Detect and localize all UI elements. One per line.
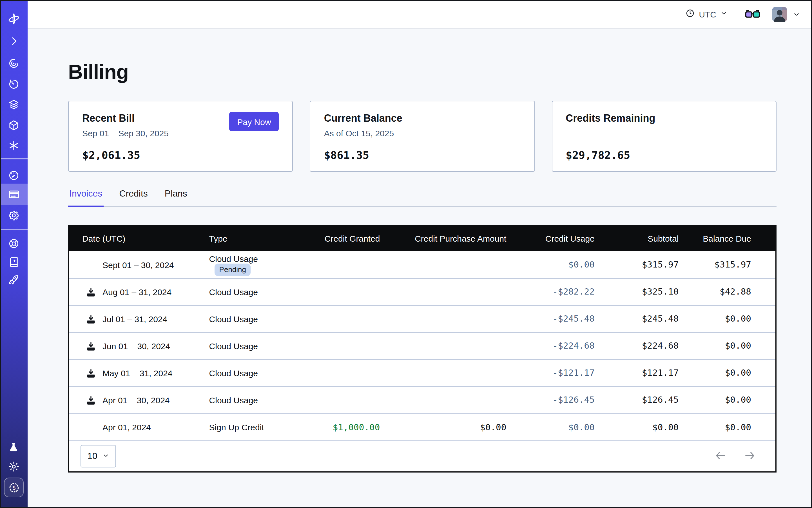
invoice-date: Apr 01 – 30, 2024 xyxy=(102,395,170,405)
chevron-down-icon xyxy=(720,9,728,19)
column-header-date: Date (UTC) xyxy=(69,226,209,251)
recent-bill-amount: $2,061.35 xyxy=(82,149,140,161)
credit-usage: $0.00 xyxy=(506,414,595,441)
credit-usage: -$121.17 xyxy=(506,359,595,387)
pending-badge: Pending xyxy=(215,263,251,276)
layers-icon[interactable] xyxy=(0,97,28,111)
summary-cards: Recent Bill Sep 01 – Sep 30, 2025 $2,061… xyxy=(68,101,776,172)
invoice-row: Aug 01 – 31, 2024 Cloud Usage -$282.22 $… xyxy=(69,279,775,305)
invoice-row: Jun 01 – 30, 2024 Cloud Usage -$224.68 $… xyxy=(69,333,775,359)
timezone-label: UTC xyxy=(699,9,716,19)
download-invoice-icon[interactable] xyxy=(86,314,96,324)
current-balance-card: Current Balance As of Oct 15, 2025 $861.… xyxy=(310,101,535,172)
credit-purchase xyxy=(380,305,506,333)
clock-icon xyxy=(685,8,695,20)
cube-icon[interactable] xyxy=(0,118,28,132)
invoice-type: Cloud Usage xyxy=(209,254,258,263)
credit-purchase xyxy=(380,333,506,359)
subtotal: $245.48 xyxy=(595,305,679,333)
credit-purchase xyxy=(380,387,506,414)
invoice-row: Apr 01, 2024 Sign Up Credit $1,000.00 $0… xyxy=(69,414,775,441)
subtotal: $315.97 xyxy=(595,251,679,279)
next-page-arrow-icon[interactable] xyxy=(744,452,755,460)
invoice-type: Cloud Usage xyxy=(209,279,294,305)
balance-due: $0.00 xyxy=(679,333,775,359)
main-area: UTC xyxy=(28,0,812,508)
invoice-date: Aug 01 – 31, 2024 xyxy=(102,287,171,297)
dollar-glyph: $ xyxy=(12,484,15,491)
credit-usage: -$224.68 xyxy=(506,333,595,359)
invoice-row: May 01 – 31, 2024 Cloud Usage -$121.17 $… xyxy=(69,359,775,387)
invoice-row: Apr 01 – 30, 2024 Cloud Usage -$126.45 $… xyxy=(69,387,775,414)
tab-credits[interactable]: Credits xyxy=(118,189,149,208)
balance-due: $0.00 xyxy=(679,387,775,414)
credit-purchase xyxy=(380,279,506,305)
subtotal: $224.68 xyxy=(595,333,679,359)
invoice-row: Jul 01 – 31, 2024 Cloud Usage -$245.48 $… xyxy=(69,305,775,333)
download-invoice-icon[interactable] xyxy=(86,368,96,378)
download-invoice-icon[interactable] xyxy=(86,395,96,405)
credit-usage: -$126.45 xyxy=(506,387,595,414)
gauge-icon[interactable] xyxy=(0,168,28,182)
gear-icon[interactable] xyxy=(0,208,28,222)
card-title: Current Balance xyxy=(324,113,521,125)
content: Billing Recent Bill Sep 01 – Sep 30, 202… xyxy=(28,29,812,508)
recent-bill-card: Recent Bill Sep 01 – Sep 30, 2025 $2,061… xyxy=(68,101,293,172)
page-title: Billing xyxy=(68,60,776,84)
credit-granted xyxy=(294,333,380,359)
invoice-type: Cloud Usage xyxy=(209,387,294,414)
avatar[interactable] xyxy=(772,6,787,22)
credit-granted xyxy=(294,279,380,305)
subtotal: $0.00 xyxy=(595,414,679,441)
dollar-badge-button[interactable]: $ xyxy=(4,477,24,497)
invoice-row: Sept 01 – 30, 2024 Cloud UsagePending $0… xyxy=(69,251,775,279)
pay-now-button[interactable]: Pay Now xyxy=(229,112,279,131)
sidebar: $ xyxy=(0,0,28,508)
sidebar-divider xyxy=(0,229,28,230)
chevron-right-icon[interactable] xyxy=(0,34,28,48)
logo-orbit-icon[interactable] xyxy=(0,12,28,25)
download-invoice-icon[interactable] xyxy=(86,287,96,297)
balance-due: $42.88 xyxy=(679,279,775,305)
tab-invoices[interactable]: Invoices xyxy=(68,189,103,208)
table-header-row: Date (UTC) Type Credit Granted Credit Pu… xyxy=(69,226,775,251)
column-header-balance-due: Balance Due xyxy=(679,226,775,251)
invoice-type: Cloud Usage xyxy=(209,305,294,333)
topbar: UTC xyxy=(28,0,812,29)
invoice-date: Jun 01 – 30, 2024 xyxy=(102,341,170,351)
card-title: Credits Remaining xyxy=(566,113,762,125)
credit-granted xyxy=(294,305,380,333)
credit-purchase xyxy=(380,359,506,387)
previous-page-arrow-icon[interactable] xyxy=(715,452,726,460)
column-header-credit-purchase: Credit Purchase Amount xyxy=(380,226,506,251)
subtotal: $121.17 xyxy=(595,359,679,387)
iris-icon[interactable] xyxy=(0,56,28,70)
column-header-subtotal: Subtotal xyxy=(595,226,679,251)
invoice-type: Cloud Usage xyxy=(209,333,294,359)
balance-due: $0.00 xyxy=(679,305,775,333)
tab-plans[interactable]: Plans xyxy=(164,189,188,208)
column-header-credit-usage: Credit Usage xyxy=(506,226,595,251)
flask-icon[interactable] xyxy=(0,440,28,454)
credit-purchase: $0.00 xyxy=(380,414,506,441)
timezone-selector[interactable]: UTC xyxy=(685,8,728,20)
chevron-down-icon[interactable] xyxy=(793,10,800,18)
column-header-credit-granted: Credit Granted xyxy=(294,226,380,251)
page-size-select[interactable]: 10 xyxy=(81,445,116,468)
timer-icon[interactable] xyxy=(0,77,28,91)
balance-due: $0.00 xyxy=(679,359,775,387)
asterisk-icon[interactable] xyxy=(0,138,28,152)
credit-usage: -$245.48 xyxy=(506,305,595,333)
chevron-down-icon xyxy=(102,452,109,462)
rocket-icon[interactable] xyxy=(0,273,28,287)
sun-icon[interactable] xyxy=(0,460,28,473)
credits-remaining-card: Credits Remaining $29,782.65 xyxy=(552,101,776,172)
lifebuoy-icon[interactable] xyxy=(0,237,28,250)
download-invoice-icon[interactable] xyxy=(86,341,96,351)
glasses-icon[interactable] xyxy=(745,9,760,19)
book-sparkle-icon[interactable] xyxy=(0,255,28,269)
credit-granted xyxy=(294,387,380,414)
credit-card-icon[interactable] xyxy=(0,187,28,201)
credit-granted xyxy=(294,251,380,279)
table-footer: 10 xyxy=(69,441,775,472)
